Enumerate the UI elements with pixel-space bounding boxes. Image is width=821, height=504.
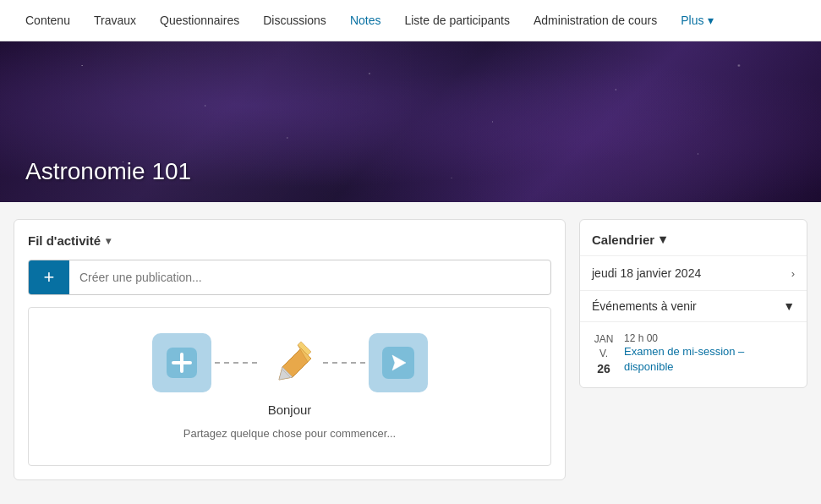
events-chevron[interactable]: ▼ — [783, 299, 795, 313]
calendar-next-arrow[interactable]: › — [791, 267, 795, 280]
course-title: Astronomie 101 — [25, 158, 191, 185]
main-content: Fil d'activité ▾ + — [0, 202, 821, 497]
hero-banner: Astronomie 101 — [0, 41, 821, 202]
empty-state-title: Bonjour — [268, 403, 312, 417]
calendar-section: Calendrier ▾ jeudi 18 janvier 2024 › Évé… — [579, 219, 807, 388]
pencil-icon-box — [260, 333, 320, 392]
nav-more[interactable]: Plus ▾ — [669, 0, 725, 41]
send-icon — [382, 347, 414, 379]
plus-icon-box — [152, 333, 211, 392]
event-date-column: JAN V. 26 — [592, 332, 616, 377]
nav-discussions[interactable]: Discussions — [251, 0, 338, 41]
event-item: JAN V. 26 12 h 00 Examen de mi-session –… — [580, 322, 807, 387]
send-icon-box — [369, 333, 428, 392]
create-publication-input[interactable] — [69, 264, 550, 291]
chevron-down-icon: ▾ — [708, 14, 714, 27]
nav-notes[interactable]: Notes — [338, 0, 393, 41]
nav-admin[interactable]: Administration de cours — [522, 0, 669, 41]
calendar-chevron[interactable]: ▾ — [660, 232, 666, 247]
empty-state-subtitle: Partagez quelque chose pour commencer... — [183, 427, 396, 440]
calendar-header: Calendrier ▾ — [580, 220, 807, 256]
event-day-abbr: V. — [599, 347, 608, 361]
calendar-date-row: jeudi 18 janvier 2024 › — [580, 256, 807, 291]
events-title: Événements à venir — [592, 299, 697, 313]
top-navigation: Contenu Travaux Questionnaires Discussio… — [0, 0, 821, 41]
dashed-connector-1 — [215, 362, 257, 364]
activity-feed-header: Fil d'activité ▾ — [28, 233, 551, 248]
activity-feed-title: Fil d'activité — [28, 233, 101, 248]
empty-state-icons — [152, 333, 428, 392]
nav-travaux[interactable]: Travaux — [82, 0, 148, 41]
pencil-icon — [269, 337, 311, 388]
empty-state-container: Bonjour Partagez quelque chose pour comm… — [28, 307, 551, 466]
event-title-link[interactable]: Examen de mi-session – disponible — [624, 344, 795, 375]
nav-participants[interactable]: Liste de participants — [392, 0, 522, 41]
dashed-connector-2 — [323, 362, 365, 364]
activity-feed-panel: Fil d'activité ▾ + — [14, 219, 566, 480]
events-header: Événements à venir ▼ — [580, 291, 807, 322]
event-month: JAN — [594, 332, 614, 347]
event-time: 12 h 00 — [624, 332, 795, 344]
event-details: 12 h 00 Examen de mi-session – disponibl… — [624, 332, 795, 375]
calendar-title: Calendrier — [592, 233, 654, 247]
nav-contenu[interactable]: Contenu — [14, 0, 82, 41]
plus-icon — [167, 348, 197, 378]
right-panel: Calendrier ▾ jeudi 18 janvier 2024 › Évé… — [579, 219, 807, 480]
event-day-num: 26 — [597, 361, 610, 378]
nav-questionnaires[interactable]: Questionnaires — [148, 0, 251, 41]
create-publication-button[interactable]: + — [29, 260, 69, 294]
current-date: jeudi 18 janvier 2024 — [592, 266, 701, 280]
activity-feed-chevron[interactable]: ▾ — [106, 235, 111, 247]
create-publication-bar: + — [28, 260, 551, 295]
